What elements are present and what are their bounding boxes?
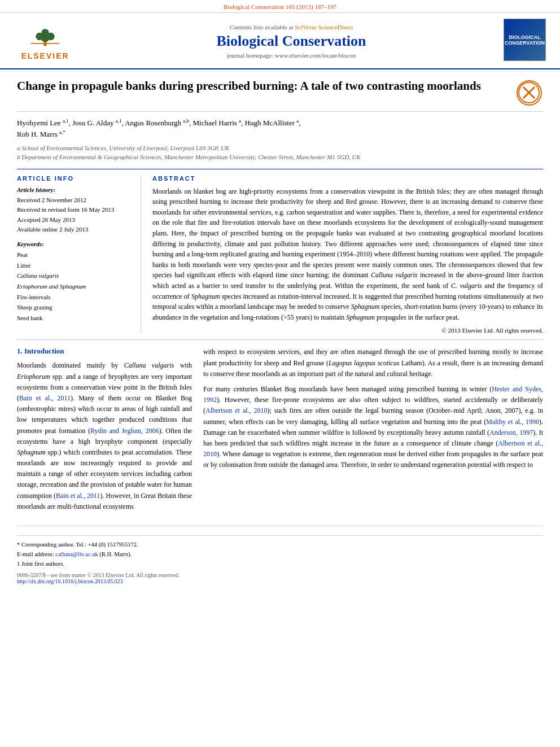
sciverse-link[interactable]: SciVerse ScienceDirect xyxy=(295,24,353,30)
intro-paragraph-2: with respect to ecosystem services, and … xyxy=(203,347,543,379)
keyword-fire-intervals: Fire-intervals xyxy=(17,292,132,303)
abstract-column: ABSTRACT Moorlands on blanket bog are hi… xyxy=(152,175,543,334)
elsevier-logo xyxy=(17,22,73,50)
accepted-date: Accepted 26 May 2013 xyxy=(17,215,132,225)
footnote-joint-authors: 1 Joint first authors. xyxy=(17,560,543,569)
doi-link[interactable]: http://dx.doi.org/10.1016/j.biocon.2013.… xyxy=(17,578,123,584)
affiliation-b: b Department of Environmental & Geograph… xyxy=(17,152,543,162)
elsevier-tree-icon xyxy=(31,27,59,46)
elsevier-logo-area: ELSEVIER xyxy=(11,22,79,60)
footnote-divider xyxy=(17,535,543,536)
article-title: Change in propagule banks during prescri… xyxy=(17,78,504,94)
body-left-column: 1. Introduction Moorlands dominated main… xyxy=(17,347,192,517)
keywords-label: Keywords: xyxy=(17,241,132,247)
intro-paragraph-3: For many centuries Blanket Bog moorlands… xyxy=(203,384,543,471)
revised-date: Received in revised form 16 May 2013 xyxy=(17,205,132,215)
svg-rect-5 xyxy=(31,43,59,44)
journal-title: Biological Conservation xyxy=(79,33,504,50)
article-history-label: Article history: xyxy=(17,186,132,193)
body-right-column: with respect to ecosystem services, and … xyxy=(203,347,543,517)
article-info-abstract-section: ARTICLE INFO Article history: Received 2… xyxy=(17,169,543,340)
keyword-sheep-grazing: Sheep grazing xyxy=(17,302,132,313)
footnote-corresponding: * Corresponding author. Tel.: +44 (0) 15… xyxy=(17,540,543,550)
keyword-seed-bank: Seed bank xyxy=(17,313,132,324)
keyword-eriophorum-sphagnum: Eriophorum and Sphagnum xyxy=(17,281,132,292)
keyword-calluna: Calluna vulgaris xyxy=(17,270,132,281)
abstract-heading: ABSTRACT xyxy=(152,175,543,182)
journal-badge-area: BIOLOGICAL CONSERVATION xyxy=(504,19,549,64)
keyword-litter: Litter xyxy=(17,260,132,271)
copyright-line: © 2013 Elsevier Ltd. All rights reserved… xyxy=(152,327,543,334)
journal-reference-text: Biological Conservation 165 (2013) 187–1… xyxy=(224,3,336,10)
bio-con-badge: BIOLOGICAL CONSERVATION xyxy=(504,19,546,61)
article-title-section: Change in propagule banks during prescri… xyxy=(17,78,543,112)
received-date: Received 2 November 2012 xyxy=(17,195,132,206)
badge-line2: CONSERVATION xyxy=(505,40,545,46)
badge-line1: BIOLOGICAL xyxy=(509,34,541,40)
sciverse-text: Contents lists available at SciVerse Sci… xyxy=(79,24,504,30)
journal-header-center: Contents lists available at SciVerse Sci… xyxy=(79,24,504,59)
abstract-text: Moorlands on blanket bog are high-priori… xyxy=(152,186,543,323)
body-section: 1. Introduction Moorlands dominated main… xyxy=(17,347,543,517)
page-footer: * Corresponding author. Tel.: +44 (0) 15… xyxy=(17,526,543,590)
footnote-email: E-mail address: calluna@liv.ac.uk (R.H. … xyxy=(17,550,543,560)
elsevier-text: ELSEVIER xyxy=(21,51,69,60)
affiliations: a School of Environmental Sciences, Univ… xyxy=(17,143,543,162)
crossmark-icon xyxy=(517,80,542,106)
journal-header: ELSEVIER Contents lists available at Sci… xyxy=(0,13,560,69)
main-content: Change in propagule banks during prescri… xyxy=(0,69,560,517)
email-link[interactable]: calluna@liv.ac.uk xyxy=(55,551,98,557)
keyword-peat: Peat xyxy=(17,250,132,260)
introduction-heading: 1. Introduction xyxy=(17,347,192,356)
available-date: Available online 2 July 2013 xyxy=(17,225,132,235)
crossmark-badge[interactable] xyxy=(515,78,543,107)
journal-homepage: journal homepage: www.elsevier.com/locat… xyxy=(79,52,504,59)
article-info-column: ARTICLE INFO Article history: Received 2… xyxy=(17,175,141,334)
intro-paragraph-1: Moorlands dominated mainly by Calluna vu… xyxy=(17,360,192,512)
journal-reference-bar: Biological Conservation 165 (2013) 187–1… xyxy=(0,0,560,13)
article-info-heading: ARTICLE INFO xyxy=(17,175,132,182)
footer-license: 0006-3207/$ - see front matter © 2013 El… xyxy=(17,572,543,584)
affiliation-a: a School of Environmental Sciences, Univ… xyxy=(17,143,543,153)
svg-point-4 xyxy=(41,29,49,36)
page: Biological Conservation 165 (2013) 187–1… xyxy=(0,0,560,747)
authors: Hyohyemi Lee a,1, Josu G. Alday a,1, Ang… xyxy=(17,117,543,140)
keywords-list: Peat Litter Calluna vulgaris Eriophorum … xyxy=(17,250,132,324)
